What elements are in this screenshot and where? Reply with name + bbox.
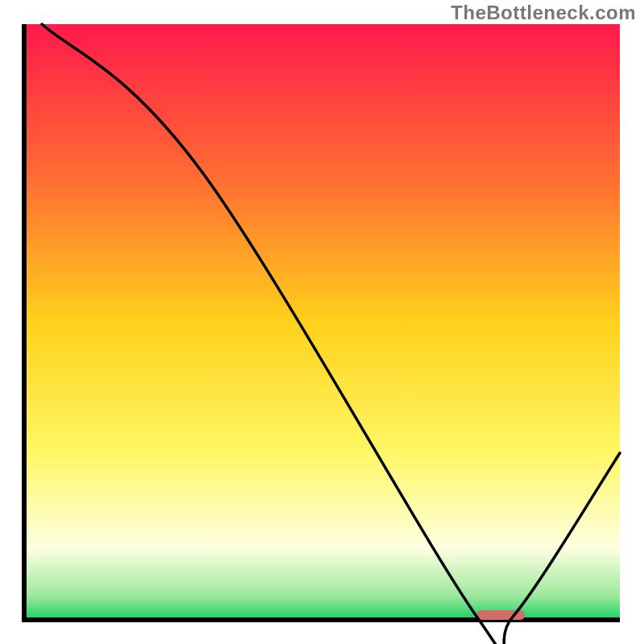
plot-background xyxy=(24,24,620,620)
bottleneck-chart xyxy=(0,0,644,644)
chart-frame: TheBottleneck.com xyxy=(0,0,644,644)
watermark-text: TheBottleneck.com xyxy=(451,2,636,24)
